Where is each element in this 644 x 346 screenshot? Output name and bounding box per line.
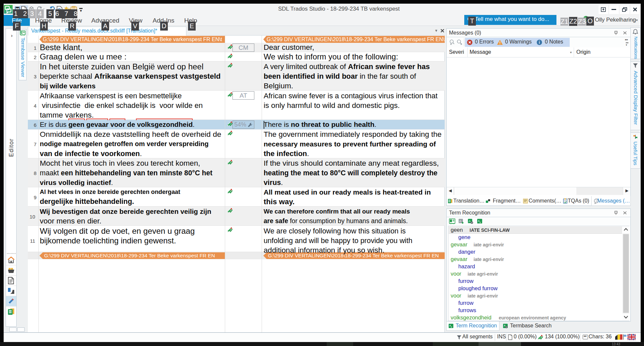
svg-text:z: z [451, 325, 452, 328]
svg-text:A: A [21, 31, 23, 34]
svg-text:A: A [459, 219, 461, 223]
svg-text:z: z [480, 221, 481, 224]
svg-text:A: A [469, 219, 471, 223]
